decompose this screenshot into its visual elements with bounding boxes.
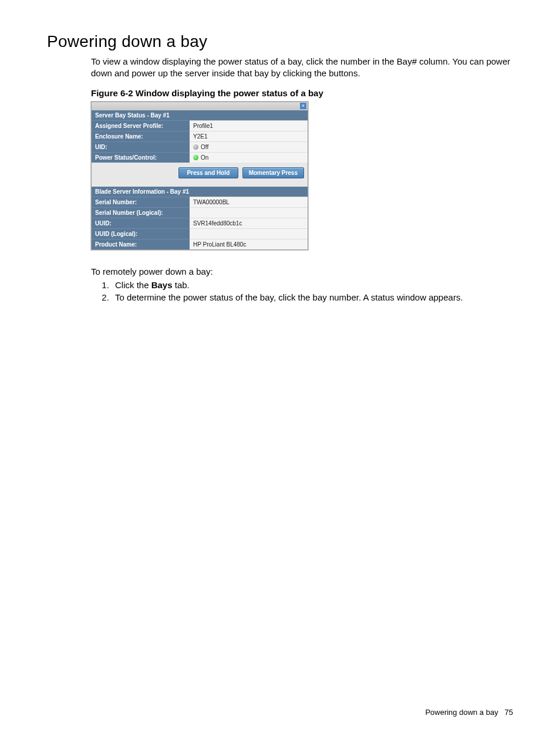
label-serial-logical: Serial Number (Logical): <box>92 207 190 218</box>
value-serial: TWA00000BL <box>190 197 308 207</box>
figure-caption: Figure 6-2 Window displaying the power s… <box>47 88 513 98</box>
value-product: HP ProLiant BL480c <box>190 239 308 249</box>
label-serial: Serial Number: <box>92 197 190 207</box>
section-header-blade-info: Blade Server Information - Bay #1 <box>92 187 308 197</box>
dialog-titlebar: × <box>92 102 308 110</box>
status-dialog: × Server Bay Status - Bay #1 Assigned Se… <box>91 102 308 250</box>
led-grey-icon <box>193 144 198 150</box>
label-uuid: UUID: <box>92 218 190 228</box>
value-assigned-profile: Profile1 <box>190 120 308 131</box>
momentary-press-button[interactable]: Momentary Press <box>242 167 304 178</box>
power-status-text: On <box>201 154 208 161</box>
step1-part-a: Click the <box>115 280 151 290</box>
label-power-status: Power Status/Control: <box>92 152 190 163</box>
status-table: Assigned Server Profile: Profile1 Enclos… <box>92 120 308 163</box>
procedure-intro: To remotely power down a bay: <box>47 266 513 276</box>
label-enclosure-name: Enclosure Name: <box>92 131 190 141</box>
close-icon[interactable]: × <box>300 103 306 109</box>
value-uuid-logical <box>190 228 308 239</box>
value-uid: Off <box>190 141 308 152</box>
step-1: Click the Bays tab. <box>112 280 513 290</box>
led-green-icon <box>193 155 198 160</box>
footer-page-number: 75 <box>505 708 513 717</box>
intro-paragraph: To view a window displaying the power st… <box>47 56 513 80</box>
label-assigned-profile: Assigned Server Profile: <box>92 120 190 131</box>
value-uuid: SVR14fedd80cb1c <box>190 218 308 228</box>
footer-title: Powering down a bay <box>425 708 498 717</box>
page-footer: Powering down a bay 75 <box>425 708 513 717</box>
label-uuid-logical: UUID (Logical): <box>92 228 190 239</box>
page-title: Powering down a bay <box>47 32 513 51</box>
button-row: Press and Hold Momentary Press <box>92 163 308 187</box>
section-header-server-bay-status: Server Bay Status - Bay #1 <box>92 110 308 120</box>
blade-info-table: Serial Number: TWA00000BL Serial Number … <box>92 197 308 249</box>
label-uid: UID: <box>92 141 190 152</box>
step1-bold: Bays <box>151 280 173 290</box>
value-serial-logical <box>190 207 308 218</box>
procedure-steps: Click the Bays tab. To determine the pow… <box>47 280 513 302</box>
step-2: To determine the power status of the bay… <box>112 292 513 302</box>
press-and-hold-button[interactable]: Press and Hold <box>178 167 238 178</box>
value-power-status: On <box>190 152 308 163</box>
value-enclosure-name: Y2E1 <box>190 131 308 141</box>
uid-text: Off <box>201 144 208 150</box>
step1-part-c: tab. <box>173 280 190 290</box>
label-product: Product Name: <box>92 239 190 249</box>
